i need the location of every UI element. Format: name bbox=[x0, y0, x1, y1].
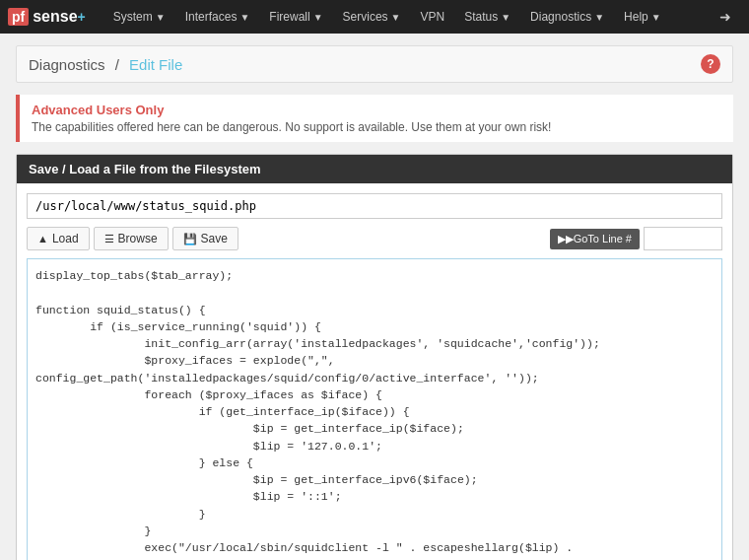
browse-button[interactable]: ☰ Browse bbox=[94, 227, 169, 250]
goto-row: ▶▶GoTo Line # bbox=[550, 227, 722, 250]
file-panel: Save / Load a File from the Filesystem ▲… bbox=[16, 154, 733, 560]
top-navbar: pf sense + System ▼ Interfaces ▼ Firewal… bbox=[0, 0, 749, 34]
goto-button[interactable]: ▶▶GoTo Line # bbox=[550, 229, 640, 249]
nav-status[interactable]: Status ▼ bbox=[454, 0, 520, 34]
chevron-down-icon: ▼ bbox=[594, 12, 604, 23]
chevron-down-icon: ▼ bbox=[313, 12, 323, 23]
page-content: Diagnostics / Edit File ? Advanced Users… bbox=[0, 34, 749, 560]
chevron-down-icon: ▼ bbox=[501, 12, 511, 23]
nav-firewall[interactable]: Firewall ▼ bbox=[259, 0, 332, 34]
breadcrumb-current[interactable]: Edit File bbox=[129, 56, 182, 73]
logo-plus: + bbox=[78, 9, 86, 25]
goto-line-input[interactable] bbox=[644, 227, 722, 250]
nav-diagnostics[interactable]: Diagnostics ▼ bbox=[520, 0, 614, 34]
nav-system[interactable]: System ▼ bbox=[103, 0, 175, 34]
list-icon: ☰ bbox=[104, 233, 114, 245]
save-button[interactable]: 💾 Save bbox=[172, 227, 238, 250]
breadcrumb-separator: / bbox=[115, 56, 119, 73]
panel-heading: Save / Load a File from the Filesystem bbox=[17, 155, 732, 183]
navbar-right: ➜ bbox=[710, 0, 741, 34]
filepath-input[interactable] bbox=[27, 193, 722, 219]
goto-label: ▶▶GoTo Line # bbox=[558, 233, 632, 245]
chevron-down-icon: ▼ bbox=[391, 12, 401, 23]
help-icon[interactable]: ? bbox=[701, 54, 720, 74]
breadcrumb: Diagnostics / Edit File ? bbox=[16, 45, 733, 83]
nav-interfaces[interactable]: Interfaces ▼ bbox=[175, 0, 260, 34]
file-toolbar: ▲ Load ☰ Browse 💾 Save ▶▶GoTo Line # bbox=[27, 227, 722, 250]
nav-vpn[interactable]: VPN bbox=[410, 0, 454, 34]
load-button[interactable]: ▲ Load bbox=[27, 227, 90, 250]
logout-button[interactable]: ➜ bbox=[710, 0, 741, 34]
brand-logo[interactable]: pf sense + bbox=[8, 8, 94, 26]
code-editor[interactable] bbox=[27, 258, 722, 560]
chevron-down-icon: ▼ bbox=[651, 12, 661, 23]
breadcrumb-text: Diagnostics / Edit File bbox=[29, 56, 182, 73]
nav-help[interactable]: Help ▼ bbox=[614, 0, 671, 34]
breadcrumb-parent: Diagnostics bbox=[29, 56, 105, 73]
warning-title: Advanced Users Only bbox=[32, 103, 721, 117]
warning-text: The capabilities offered here can be dan… bbox=[32, 120, 721, 134]
nav-services[interactable]: Services ▼ bbox=[333, 0, 411, 34]
logo-pf: pf bbox=[8, 8, 29, 26]
logo-sense: sense bbox=[33, 8, 77, 26]
load-icon: ▲ bbox=[37, 233, 48, 245]
chevron-down-icon: ▼ bbox=[156, 12, 166, 23]
warning-box: Advanced Users Only The capabilities off… bbox=[16, 95, 733, 142]
chevron-down-icon: ▼ bbox=[239, 12, 249, 23]
panel-body: ▲ Load ☰ Browse 💾 Save ▶▶GoTo Line # bbox=[17, 183, 732, 560]
save-icon: 💾 bbox=[183, 233, 197, 245]
